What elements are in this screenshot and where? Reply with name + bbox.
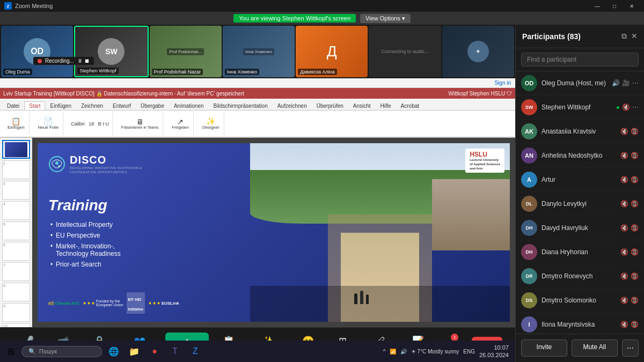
stephen-status-icon: ● [616,104,620,111]
participant-name-ilona: Ilona Maryntsivska [541,321,616,328]
ribbon-group-schriftart: Calibri 18 B I U [68,112,113,136]
slide-thumb-2[interactable]: 2 [2,160,30,179]
participant-row-ilona: I Ilona Maryntsivska 🔇 📵 [516,313,644,334]
close-button[interactable]: ✕ [624,0,640,12]
panel-more-button[interactable]: ··· [622,339,639,357]
slide-thumb-8[interactable]: 8 [2,283,30,301]
ilona-cam-icon: 📵 [631,321,639,328]
video-thumb-inna[interactable]: Інна Хоменко Інна Хоменко [223,26,295,77]
video-thumb-oleg[interactable]: OD Oleg Duma [1,26,73,77]
maximize-button[interactable]: □ [606,0,623,12]
tab-hilfe[interactable]: Hilfe [376,101,396,110]
view-options-button[interactable]: View Options ▾ [360,14,411,23]
participant-controls-artur: 🔇 📵 [620,176,639,183]
tab-ueberpruefen[interactable]: Überprüfen [312,101,348,110]
slide-thumb-10[interactable]: 10 [2,323,30,327]
invite-button[interactable]: Invite [521,339,567,357]
hslu-logo-content: HSLU Lucerne Universityof Applied Scienc… [470,151,500,171]
tab-praesentation[interactable]: Bildschirmpräsentation [209,101,273,110]
windows-icon: ⊞ [8,346,14,357]
start-button[interactable]: ⊞ [2,343,19,360]
ribbon-group-zwischenablage: 📋Einfügen [3,112,30,136]
participant-name-danylo: Danylo Levytkyi [541,200,616,208]
host-mic-icon: 🔊 [612,79,620,87]
tab-datei[interactable]: Datei [2,101,24,110]
ribbon-group-freigeben: ↗Freigeben [167,112,194,136]
participant-row-danylo: DL Danylo Levytkyi 🔇 📵 [516,192,644,216]
slide-thumb-7[interactable]: 7 [2,262,30,281]
slide-logos-bottom: eit Climate-KIC ★★★ Funded by theEuropea… [48,292,239,314]
participant-controls-oleg: 🔊 🎥 ⋯ [612,79,639,87]
panel-close-icon[interactable]: ✕ [631,32,638,41]
panel-footer: Invite Mute All ··· [516,334,644,362]
participant-controls-anastasiia: 🔇 📵 [620,128,639,135]
search-box [516,48,644,71]
slide-thumb-5[interactable]: 5 [2,221,30,240]
minimize-button[interactable]: — [589,0,605,12]
participant-avatar-davyd: DH [521,220,537,236]
signin-link[interactable]: Sign in [494,80,511,86]
participant-search-input[interactable] [521,53,639,67]
slide-thumb-1[interactable]: 1 [2,140,30,159]
panel-popout-icon[interactable]: ⧉ [621,32,627,41]
taskbar-search[interactable]: 🔍 Пошук [21,346,102,357]
taskbar-app-teams[interactable]: T [165,342,185,361]
taskbar-app-chrome[interactable]: ● [145,342,164,361]
tray-weather: ☀ 7°C Mostly sunny [411,349,459,354]
ribbon-btn-praesentation[interactable]: 🖥Präsentieren in Teams [120,117,160,130]
participant-row-anhelina: AN Anhelina Nedoshytko 🔇 📵 [516,144,644,168]
tab-uebergabe[interactable]: Übergabe [136,101,169,110]
taskbar-app-edge[interactable]: 🌐 [104,342,123,361]
tab-acrobat[interactable]: Acrobat [396,101,424,110]
tab-aufzeichnen[interactable]: Aufzeichnen [273,101,312,110]
diana-cam-icon: 📵 [631,248,639,256]
tab-entwurf[interactable]: Entwurf [108,101,136,110]
participant-row-oleg: OD Oleg Duma (Host, me) 🔊 🎥 ⋯ [516,71,644,95]
tab-zeichnen[interactable]: Zeichnen [76,101,108,110]
slide-thumb-9[interactable]: 9 [2,303,30,322]
participant-name-inna: Інна Хоменко [225,69,259,75]
video-thumb-extra[interactable]: + [442,26,514,77]
participant-name-oleg-panel: Oleg Duma (Host, me) [541,79,608,87]
video-thumb-alina[interactable]: Д Давикоза Аліна [296,26,368,77]
slide-thumb-3[interactable]: 3 [2,181,30,200]
ribbon-btn-freigeben[interactable]: ↗Freigeben [171,117,190,130]
taskbar-app-zoom[interactable]: Z [186,342,205,361]
slide-content: DISCO DEVELOPING INNOVATIVE SUSTAINABLEC… [38,143,510,322]
an-cam-icon: 📵 [631,152,639,159]
ribbon-btn-einfuegen[interactable]: 📋Einfügen [6,116,26,131]
ribbon-btn-designer[interactable]: ✨Designer [201,116,221,131]
taskbar-app-explorer[interactable]: 📁 [125,342,144,361]
host-more-icon: ⋯ [632,79,639,87]
tray-chevron-icon[interactable]: ^ [383,349,386,354]
content-area: OD Oleg Duma SW Stephen Wittkopf Prof Po… [0,25,515,362]
ribbon-btn-neue-folie[interactable]: 📄Neue Folie [37,116,60,131]
participant-avatar-anhelina: AN [521,147,537,164]
window-title: Zoom Meeting [15,3,589,9]
main-layout: OD Oleg Duma SW Stephen Wittkopf Prof Po… [0,25,644,362]
window-controls: — □ ✕ [589,0,640,12]
disco-logo-text: DISCO DEVELOPING INNOVATIVE SUSTAINABLEC… [70,154,142,175]
slide-right: HSLU Lucerne Universityof Applied Scienc… [250,143,510,322]
an-mic-icon: 🔇 [620,152,628,159]
disco-logo-icon [48,156,65,173]
slide-thumb-4[interactable]: 4 [2,201,30,220]
app-icon: Z [4,2,12,10]
tab-start[interactable]: Start [24,101,45,110]
tab-einfuegen[interactable]: Einfügen [45,101,76,110]
host-cam-icon: 🎥 [622,79,630,87]
dh-mic-icon: 🔇 [620,224,628,232]
recording-controls[interactable]: ⏸ ⏹ [77,58,90,64]
disco-title: DISCO [70,154,142,166]
tab-ansicht[interactable]: Ansicht [348,101,376,110]
stephen-more-icon: ⋯ [632,104,639,111]
tab-animationen[interactable]: Animationen [169,101,209,110]
taskbar: ⊞ 🔍 Пошук 🌐 📁 ● T Z ^ 📶 🔊 ☀ 7°C Mostly s… [0,341,515,362]
slide-thumb-6[interactable]: 6 [2,242,30,261]
mute-all-button[interactable]: Mute All [572,339,618,357]
participant-name-anhelina: Anhelina Nedoshytko [541,152,616,159]
video-thumb-connecting[interactable]: Connecting to audio... [369,26,441,77]
video-thumb-prof[interactable]: Prof Podolchak... Prof Podolchak Nazar [150,26,222,77]
video-thumb-stephen[interactable]: SW Stephen Wittkopf [74,26,148,77]
participant-controls-danylo: 🔇 📵 [620,200,639,208]
